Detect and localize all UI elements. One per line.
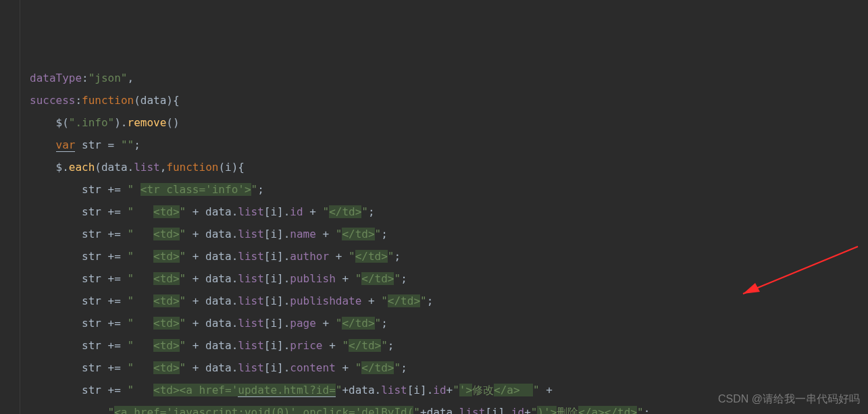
code-token: str +=	[82, 205, 127, 218]
code-token: ;	[257, 183, 264, 196]
code-line[interactable]: $.each(data.list,function(i){	[30, 156, 868, 178]
code-token: id	[511, 406, 524, 414]
code-token: list	[381, 384, 407, 396]
code-token: update.html?id=	[238, 384, 336, 397]
code-token: ;	[134, 138, 141, 151]
code-line[interactable]: str += " <tr class='info'>";	[30, 178, 868, 201]
code-token: list	[459, 406, 486, 414]
code-token: id	[290, 205, 303, 218]
code-token: ;	[381, 317, 388, 330]
code-token: [i].	[264, 361, 290, 374]
code-token: 删除	[557, 406, 578, 414]
code-token: <td>	[153, 250, 180, 263]
code-token: "	[413, 406, 420, 414]
code-line[interactable]: str += " <td>" + data.list[i].publishdat…	[30, 290, 868, 312]
code-line[interactable]: str += " <td>" + data.list[i].page + "</…	[30, 312, 868, 334]
code-token: "	[128, 339, 154, 352]
code-line[interactable]: str += " <td>" + data.list[i].content + …	[30, 357, 868, 379]
code-editor[interactable]: dataType:"json", success:function(data){…	[0, 0, 868, 414]
code-token: +	[540, 384, 553, 396]
code-token: "	[394, 361, 401, 374]
code-token: $(	[56, 116, 69, 129]
code-token: ;	[368, 205, 375, 218]
code-token: + data.	[186, 205, 238, 218]
code-token: "	[355, 361, 362, 374]
code-token: "	[336, 317, 342, 330]
code-token: +	[316, 317, 336, 330]
code-token: +	[336, 272, 355, 285]
code-token: str +=	[82, 183, 127, 196]
code-token: [i].	[264, 250, 290, 263]
code-token: "	[323, 205, 330, 218]
code-token: ).	[114, 116, 127, 129]
code-line[interactable]: $(".info").remove()	[30, 111, 868, 134]
code-token: list	[238, 317, 264, 330]
code-token: publish	[290, 272, 335, 285]
code-token: </td>	[361, 361, 394, 374]
code-token: <td>	[153, 205, 180, 218]
code-token: "	[180, 272, 186, 285]
code-token: <td><a href='	[153, 384, 238, 396]
code-token: ""	[121, 138, 134, 151]
code-token: "	[180, 228, 186, 240]
code-line[interactable]: dataType:"json",	[30, 67, 868, 89]
gutter	[0, 0, 20, 414]
code-token: (	[134, 94, 141, 107]
code-token: list	[238, 339, 264, 352]
code-token: +	[303, 205, 323, 218]
code-token: list	[238, 361, 264, 374]
code-token: "	[128, 205, 154, 218]
code-token: "	[355, 272, 362, 285]
code-token: "	[128, 272, 154, 285]
code-token: "	[336, 384, 342, 396]
code-token: + data.	[186, 361, 238, 374]
code-token: each	[69, 161, 95, 174]
code-token: +	[323, 339, 342, 352]
code-token: "	[128, 183, 141, 196]
code-token: "	[361, 205, 368, 218]
code-token: "	[533, 384, 540, 396]
code-line[interactable]: "<a href='javascript:void(0)' onclick='d…	[30, 401, 868, 414]
code-line[interactable]: str += " <td>" + data.list[i].author + "…	[30, 245, 868, 267]
code-token: [i].	[264, 272, 290, 285]
code-token: <td>	[153, 294, 180, 307]
code-token: "	[180, 250, 186, 263]
code-token: "	[531, 406, 538, 414]
code-token: ){	[166, 94, 179, 107]
code-token: "	[128, 228, 154, 240]
code-token: [i].	[485, 406, 511, 414]
code-token: ;	[401, 361, 407, 374]
code-token: str +=	[82, 228, 127, 240]
code-token: )'>	[537, 406, 557, 414]
code-token: var	[56, 138, 76, 152]
code-token: [i].	[264, 205, 290, 218]
code-token: publishdate	[290, 294, 361, 307]
code-token: (	[218, 161, 225, 174]
code-token: "json"	[88, 72, 128, 84]
code-token: ;	[388, 339, 394, 352]
code-token: ;	[644, 406, 650, 414]
code-token: "	[128, 361, 154, 374]
code-token: "	[180, 361, 186, 374]
code-token: list	[238, 294, 264, 307]
code-token: <td>	[153, 317, 180, 330]
code-token: <td>	[153, 272, 180, 285]
code-line[interactable]: str += " <td>" + data.list[i].price + "<…	[30, 334, 868, 357]
code-token: ,	[160, 161, 167, 174]
code-line[interactable]: str += " <td>" + data.list[i].name + "</…	[30, 223, 868, 245]
code-token: "	[251, 183, 258, 196]
code-token: "	[381, 294, 388, 307]
code-line[interactable]: str += " <td>" + data.list[i].publish + …	[30, 267, 868, 290]
code-line[interactable]: str += " <td><a href='update.html?id="+d…	[30, 379, 868, 401]
code-token: str =	[75, 138, 120, 151]
code-token: content	[290, 361, 335, 374]
code-line[interactable]: str += " <td>" + data.list[i].id + "</td…	[30, 201, 868, 223]
code-token: remove	[128, 116, 167, 129]
code-token: :	[75, 94, 82, 107]
code-token: +	[361, 294, 381, 307]
code-token: page	[290, 317, 316, 330]
code-token: str +=	[82, 339, 127, 352]
code-line[interactable]: success:function(data){	[30, 89, 868, 111]
code-line[interactable]: var str = "";	[30, 134, 868, 156]
code-token: :	[82, 72, 88, 84]
